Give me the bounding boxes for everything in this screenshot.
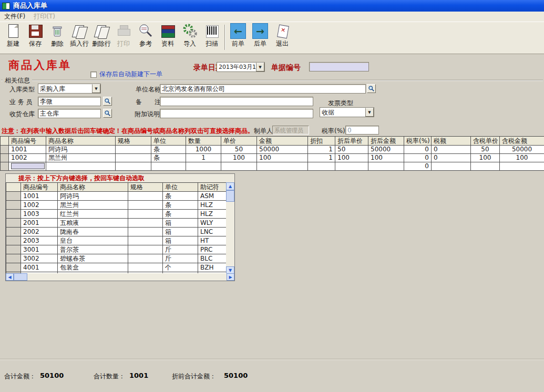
storage-type-combo[interactable]: 采购入库 ▼	[38, 84, 101, 94]
row-indicator[interactable]	[6, 263, 21, 272]
menu-item[interactable]: 文件(F)	[0, 12, 29, 22]
row-indicator[interactable]	[1, 162, 9, 171]
salesman-input[interactable]: 李微	[38, 97, 101, 106]
cell[interactable]: 阿诗玛	[46, 146, 116, 154]
cell[interactable]: ASM	[198, 192, 227, 201]
cell[interactable]: LNC	[198, 228, 227, 236]
cell[interactable]: 0	[404, 154, 432, 162]
toolbar-button-save[interactable]: 保存	[24, 23, 46, 53]
row-indicator[interactable]	[6, 236, 21, 245]
cell[interactable]: 50000	[500, 146, 544, 154]
row-indicator[interactable]	[1, 146, 9, 154]
cell[interactable]	[116, 154, 151, 162]
extra-input[interactable]	[160, 109, 313, 118]
cell[interactable]	[128, 263, 163, 272]
cell[interactable]	[128, 210, 163, 219]
cell[interactable]: 3002	[21, 254, 58, 263]
cell[interactable]: 1002	[21, 201, 58, 210]
table-row[interactable]: 1001阿诗玛条1000505000015050000005050000	[1, 146, 544, 154]
chevron-down-icon[interactable]: ▼	[92, 84, 100, 93]
table-row[interactable]: 3002碧螺春茶斤BLC	[6, 254, 227, 263]
scrollbar-thumb[interactable]	[226, 190, 234, 202]
warehouse-lookup-button[interactable]	[103, 109, 112, 118]
table-row[interactable]: 2001五粮液箱WLY	[6, 219, 227, 228]
chevron-down-icon[interactable]: ▼	[256, 63, 264, 71]
cell[interactable]: 1002	[9, 154, 46, 162]
cell[interactable]	[221, 162, 257, 171]
cell[interactable]: 2002	[21, 228, 58, 236]
cell[interactable]: 1003	[21, 210, 58, 219]
cell[interactable]: 1001	[21, 192, 58, 201]
cell[interactable]: 50	[221, 146, 257, 154]
cell[interactable]: 1	[308, 146, 335, 154]
cell[interactable]: 皇台	[58, 236, 128, 245]
cell[interactable]: BZH	[198, 263, 227, 272]
cell[interactable]: 箱	[163, 228, 198, 236]
cell[interactable]: 条	[163, 210, 198, 219]
toolbar-button-data[interactable]: 资料	[157, 23, 179, 53]
scroll-up-icon[interactable]: ▲	[226, 182, 234, 190]
row-indicator[interactable]	[1, 154, 9, 162]
cell[interactable]: 五粮液	[58, 219, 128, 228]
toolbar-button-scan[interactable]: 扫描	[201, 23, 223, 53]
cell[interactable]: HLZ	[198, 201, 227, 210]
cell[interactable]	[500, 162, 544, 171]
cell[interactable]	[186, 162, 221, 171]
table-row[interactable]: 2002陇南春箱LNC	[6, 228, 227, 236]
cell[interactable]: 黑兰州	[58, 201, 128, 210]
cell[interactable]	[368, 162, 404, 171]
cell[interactable]: 黑兰州	[46, 154, 116, 162]
tax-rate-input[interactable]: 0	[345, 126, 379, 135]
toolbar-button-reference[interactable]: 参考	[135, 23, 157, 53]
cell[interactable]: 阿诗玛	[58, 192, 128, 201]
cell[interactable]: 0	[432, 154, 471, 162]
row-indicator[interactable]	[6, 245, 21, 254]
cell[interactable]: PRC	[198, 245, 227, 254]
cell[interactable]: 100	[500, 154, 544, 162]
cell[interactable]: 50000	[257, 146, 308, 154]
lookup-horizontal-scrollbar[interactable]: ◀ ▶	[6, 273, 234, 281]
cell[interactable]: BLC	[198, 254, 227, 263]
cell[interactable]	[471, 162, 500, 171]
cell[interactable]: 100	[471, 154, 500, 162]
table-row[interactable]: 0	[1, 162, 544, 171]
cell[interactable]	[9, 162, 46, 171]
toolbar-button-delete[interactable]: 删除	[46, 23, 68, 53]
cell[interactable]: 条	[163, 201, 198, 210]
cell[interactable]: 箱	[163, 236, 198, 245]
cell[interactable]: 箱	[163, 219, 198, 228]
cell[interactable]: 个	[163, 263, 198, 272]
cell[interactable]	[116, 146, 151, 154]
chevron-down-icon[interactable]: ▼	[365, 108, 374, 117]
cell[interactable]: 斤	[163, 245, 198, 254]
warehouse-input[interactable]: 主仓库	[38, 109, 101, 118]
cell[interactable]	[128, 228, 163, 236]
cell[interactable]	[128, 254, 163, 263]
row-indicator[interactable]	[6, 219, 21, 228]
cell[interactable]: 条	[151, 154, 186, 162]
row-indicator[interactable]	[6, 228, 21, 236]
cell[interactable]: 100	[257, 154, 308, 162]
table-row[interactable]: 3001普尔茶斤PRC	[6, 245, 227, 254]
cell[interactable]: 2003	[21, 236, 58, 245]
salesman-lookup-button[interactable]	[103, 97, 112, 106]
cell[interactable]: 包装盒	[58, 263, 128, 272]
cell[interactable]	[151, 162, 186, 171]
cell[interactable]: 1001	[9, 146, 46, 154]
scroll-left-icon[interactable]: ◀	[6, 273, 14, 281]
table-row[interactable]: 4001包装盒个BZH	[6, 263, 227, 272]
toolbar-button-import[interactable]: 导入	[179, 23, 201, 53]
cell[interactable]	[128, 192, 163, 201]
cell[interactable]	[257, 162, 308, 171]
row-indicator[interactable]	[6, 254, 21, 263]
cell[interactable]: HT	[198, 236, 227, 245]
title-bar[interactable]: 商品入库单	[0, 0, 544, 12]
toolbar-button-delete-row[interactable]: 删除行	[90, 23, 112, 53]
toolbar-button-exit[interactable]: 退出	[271, 23, 293, 53]
toolbar-button-insert-row[interactable]: 插入行	[68, 23, 90, 53]
cell[interactable]: HLZ	[198, 210, 227, 219]
cell[interactable]: 3001	[21, 245, 58, 254]
cell[interactable]: 红兰州	[58, 210, 128, 219]
cell[interactable]	[128, 236, 163, 245]
row-indicator[interactable]	[6, 192, 21, 201]
